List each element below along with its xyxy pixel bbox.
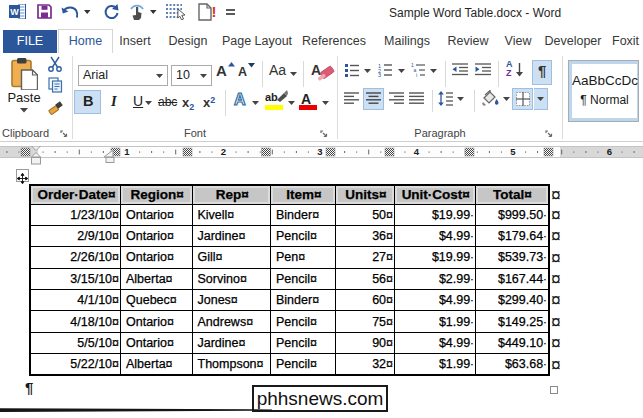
svg-text:6: 6 [607,146,612,157]
svg-text:W: W [10,7,19,17]
svg-text:3: 3 [378,72,381,77]
svg-text:i: i [416,72,417,77]
svg-text:5: 5 [510,146,516,157]
svg-text:4: 4 [414,146,420,157]
svg-text:1: 1 [124,146,130,157]
svg-text:!: ! [212,3,217,20]
svg-text:3: 3 [317,146,322,157]
svg-text:2: 2 [221,146,226,157]
